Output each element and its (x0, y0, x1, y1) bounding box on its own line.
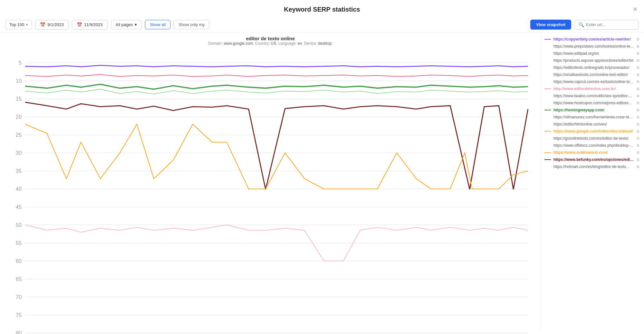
start-date-button[interactable]: 📅 9/1/2023 (35, 20, 69, 30)
all-pages-dropdown[interactable]: All pages ▾ (111, 20, 142, 29)
calendar-icon: 📅 (77, 22, 82, 27)
legend-url: https://www.capcut.com/es-es/tools/onlin… (553, 79, 634, 84)
external-link-icon[interactable]: ⧉ (637, 37, 639, 42)
svg-text:5: 5 (19, 60, 22, 66)
svg-text:60: 60 (16, 258, 22, 264)
legend-item[interactable]: https://hotmart.com/es/blog/editor-de-te… (543, 163, 641, 170)
external-link-icon[interactable]: ⧉ (637, 87, 639, 91)
legend-panel: https://copywritely.com/es/article-rewri… (541, 32, 644, 331)
svg-text:40: 40 (16, 186, 22, 192)
svg-text:65: 65 (16, 276, 22, 282)
external-link-icon[interactable]: ⧉ (637, 51, 639, 56)
svg-text:45: 45 (16, 204, 22, 210)
legend-url: https://goonlinetools.com/es/editor-de-t… (553, 136, 634, 141)
external-link-icon[interactable]: ⧉ (637, 94, 639, 98)
legend-item[interactable]: https://vilmanunez.com/herramienta-crear… (543, 114, 641, 121)
legend-item[interactable]: https://editorhtmlonline.com/es/⧉ (543, 121, 641, 128)
legend-line-indicator (544, 88, 551, 89)
external-link-icon[interactable]: ⧉ (637, 115, 639, 119)
toolbar: Top 100 ▾ 📅 9/1/2023 📅 11/9/2023 All pag… (0, 17, 644, 32)
chart-subtitle: Domain: www.google.com; Country: US; Lan… (3, 41, 538, 46)
chevron-down-icon: ▾ (135, 22, 137, 27)
legend-url: https://products.aspose.app/words/es/edi… (553, 58, 634, 63)
chart-title: editor de texto online (3, 36, 538, 41)
svg-text:30: 30 (16, 150, 22, 156)
external-link-icon[interactable]: ⧉ (637, 101, 639, 105)
legend-url: https://www.google.com/intl/es/docs/abou… (553, 129, 634, 134)
external-link-icon[interactable]: ⧉ (637, 72, 639, 77)
search-icon: 🔍 (579, 22, 584, 27)
page-title: Keyword SERP statistics (284, 6, 360, 13)
legend-url: https://hemingwayapp.com/ (553, 108, 634, 112)
chart-container[interactable]: 5 10 15 20 25 30 35 40 45 50 55 60 65 70… (3, 48, 538, 334)
svg-text:35: 35 (16, 168, 22, 174)
show-all-button[interactable]: Show all (145, 20, 170, 29)
svg-text:80: 80 (16, 330, 22, 334)
legend-url: https://editorhtmlonline.com/es/ (553, 122, 634, 126)
legend-item[interactable]: https://smallseotools.com/online-text-ed… (543, 71, 641, 78)
svg-text:15: 15 (16, 96, 22, 102)
legend-item[interactable]: https://hemingwayapp.com/⧉ (543, 107, 641, 114)
legend-url: https://www.twaino.com/outils/seo-sp/edi… (553, 94, 634, 98)
svg-text:55: 55 (16, 240, 22, 246)
legend-url: https://www.offidocs.com/index.php/deskt… (553, 143, 634, 148)
legend-item[interactable]: https://products.aspose.app/words/es/edi… (543, 57, 641, 64)
svg-text:75: 75 (16, 312, 22, 318)
main-content: editor de texto online Domain: www.googl… (0, 32, 644, 331)
url-search-container: 🔍 (574, 20, 639, 30)
chart-svg: 5 10 15 20 25 30 35 40 45 50 55 60 65 70… (3, 48, 538, 334)
external-link-icon[interactable]: ⧉ (637, 122, 639, 126)
legend-item[interactable]: https://www.editpad.org/es⧉ (543, 50, 641, 57)
legend-item[interactable]: https://www.sublimetext.com/⧉ (543, 149, 641, 156)
external-link-icon[interactable]: ⧉ (637, 136, 639, 141)
external-link-icon[interactable]: ⧉ (637, 143, 639, 148)
legend-url: https://smallseotools.com/online-text-ed… (553, 72, 634, 77)
legend-item[interactable]: https://goonlinetools.com/es/editor-de-t… (543, 135, 641, 142)
svg-text:10: 10 (16, 78, 22, 84)
legend-url: https://hotmart.com/es/blog/editor-de-te… (553, 164, 634, 169)
external-link-icon[interactable]: ⧉ (637, 157, 639, 162)
close-button[interactable]: ✕ (633, 6, 638, 13)
legend-item[interactable]: https://www.offidocs.com/index.php/deskt… (543, 142, 641, 149)
calendar-icon: 📅 (40, 22, 45, 27)
legend-url: https://vilmanunez.com/herramienta-crear… (553, 115, 634, 119)
legend-line-indicator (544, 110, 551, 110)
url-search-input[interactable] (586, 22, 638, 27)
legend-item[interactable]: https://www.hostcupon.com/mejores-editor… (543, 99, 641, 107)
external-link-icon[interactable]: ⧉ (637, 65, 639, 70)
chart-title-area: editor de texto online Domain: www.googl… (3, 36, 538, 46)
external-link-icon[interactable]: ⧉ (637, 129, 639, 134)
legend-item[interactable]: https://www.twaino.com/outils/seo-sp/edi… (543, 92, 641, 99)
legend-item[interactable]: https://www.befunky.com/es/opciones/edit… (543, 156, 641, 163)
legend-line-indicator (544, 159, 551, 160)
legend-item[interactable]: https://www.capcut.com/es-es/tools/onlin… (543, 78, 641, 85)
legend-url: https://copywritely.com/es/article-rewri… (553, 37, 634, 42)
external-link-icon[interactable]: ⧉ (637, 150, 639, 155)
chart-area: editor de texto online Domain: www.googl… (0, 32, 541, 331)
svg-text:20: 20 (16, 114, 22, 120)
legend-item[interactable]: https://editortexto.onlinegratis.tv/proc… (543, 64, 641, 71)
external-link-icon[interactable]: ⧉ (637, 44, 639, 49)
external-link-icon[interactable]: ⧉ (637, 108, 639, 112)
legend-item[interactable]: http://www.editordetextos.com.br/⧉ (543, 85, 641, 92)
external-link-icon[interactable]: ⧉ (637, 164, 639, 169)
svg-text:70: 70 (16, 294, 22, 300)
legend-url: https://editortexto.onlinegratis.tv/proc… (553, 65, 634, 70)
end-date-button[interactable]: 📅 11/9/2023 (72, 20, 108, 30)
legend-line-indicator (544, 152, 551, 153)
svg-text:50: 50 (16, 222, 22, 228)
external-link-icon[interactable]: ⧉ (637, 79, 639, 84)
top100-dropdown[interactable]: Top 100 ▾ (5, 20, 32, 29)
external-link-icon[interactable]: ⧉ (637, 58, 639, 63)
legend-item[interactable]: https://www.google.com/intl/es/docs/abou… (543, 128, 641, 135)
chevron-down-icon: ▾ (26, 23, 28, 26)
legend-item[interactable]: https://www.prepostseo.com/tool/es/onlin… (543, 43, 641, 50)
legend-url: http://www.editordetextos.com.br/ (553, 87, 634, 91)
legend-url: https://www.befunky.com/es/opciones/edit… (553, 157, 634, 162)
legend-url: https://www.sublimetext.com/ (553, 150, 634, 155)
show-only-my-button[interactable]: Show only my (174, 20, 209, 29)
view-snapshot-button[interactable]: View snapshot (530, 20, 571, 30)
svg-text:25: 25 (16, 132, 22, 138)
legend-item[interactable]: https://copywritely.com/es/article-rewri… (543, 36, 641, 43)
legend-url: https://www.hostcupon.com/mejores-editor… (553, 101, 634, 105)
